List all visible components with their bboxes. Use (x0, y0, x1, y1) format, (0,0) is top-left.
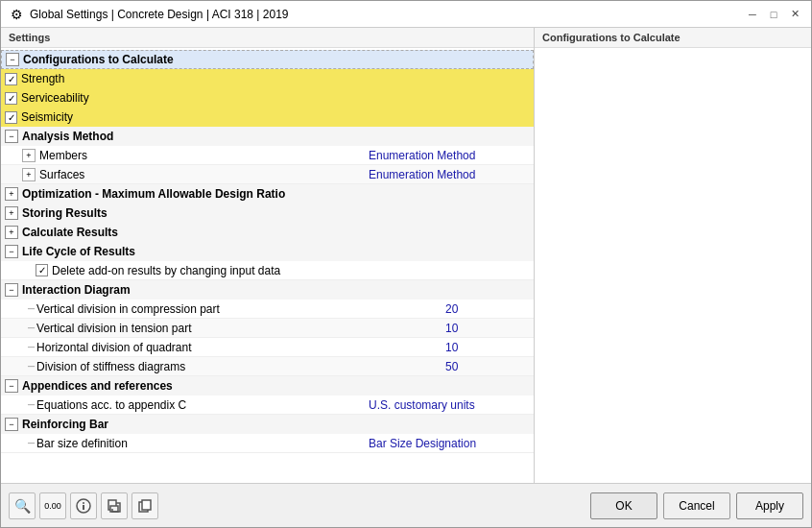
optimization-label: Optimization - Maximum Allowable Design … (22, 187, 285, 201)
left-panel: Settings Configurations to Calculate Str… (1, 28, 535, 483)
close-button[interactable]: ✕ (786, 6, 803, 23)
apply-button[interactable]: Apply (736, 492, 803, 519)
configurations-section[interactable]: Configurations to Calculate (1, 50, 534, 69)
export-icon (107, 498, 122, 514)
info-icon (76, 498, 91, 514)
equations-row[interactable]: ─ Equations acc. to appendix C U.S. cust… (1, 396, 534, 415)
reinforcing-section[interactable]: Reinforcing Bar (1, 415, 534, 434)
serviceability-checkbox[interactable] (5, 92, 17, 105)
horiz-quadrant-row[interactable]: ─ Horizontal division of quadrant 10 (1, 338, 534, 357)
search-button[interactable]: 🔍 (9, 492, 36, 519)
storing-expand[interactable] (5, 206, 18, 220)
surfaces-label: Surfaces (39, 166, 361, 183)
vert-tension-dash: ─ (28, 323, 35, 333)
cancel-button[interactable]: Cancel (663, 492, 730, 519)
vert-compression-row[interactable]: ─ Vertical division in compression part … (1, 300, 534, 319)
bar-size-label: Bar size definition (36, 435, 361, 452)
strength-label: Strength (21, 72, 64, 85)
configurations-expand[interactable] (6, 53, 19, 66)
appendices-children: ─ Equations acc. to appendix C U.S. cust… (1, 396, 534, 415)
bar-size-row[interactable]: ─ Bar size definition Bar Size Designati… (1, 434, 534, 453)
division-stiffness-label: Division of stiffness diagrams (36, 358, 438, 375)
members-row[interactable]: + Members Enumeration Method (1, 146, 534, 165)
vert-compression-dash: ─ (28, 303, 35, 314)
division-stiffness-value: 50 (438, 358, 495, 375)
analysis-label: Analysis Method (22, 130, 113, 143)
title-bar-left: ⚙ Global Settings | Concrete Design | AC… (9, 7, 289, 22)
content-area: Settings Configurations to Calculate Str… (1, 28, 811, 483)
surfaces-value: Enumeration Method (361, 166, 534, 183)
division-stiffness-dash: ─ (28, 361, 35, 372)
calculate-label: Calculate Results (22, 226, 118, 239)
vert-tension-value: 10 (438, 320, 495, 337)
lifecycle-expand[interactable] (5, 245, 18, 258)
seismicity-item[interactable]: Seismicity (1, 108, 534, 127)
info-button[interactable] (70, 492, 97, 519)
bar-size-dash: ─ (28, 438, 35, 448)
delete-addon-row[interactable]: Delete add-on results by changing input … (1, 261, 534, 280)
analysis-children: + Members Enumeration Method + Surfaces … (1, 146, 534, 184)
interaction-section[interactable]: Interaction Diagram (1, 280, 534, 300)
maximize-button[interactable]: □ (765, 6, 782, 23)
horiz-quadrant-dash: ─ (28, 342, 35, 352)
window-controls: ─ □ ✕ (744, 6, 803, 23)
main-window: ⚙ Global Settings | Concrete Design | AC… (0, 0, 812, 528)
strength-item[interactable]: Strength (1, 69, 534, 88)
appendices-label: Appendices and references (22, 379, 173, 393)
serviceability-item[interactable]: Serviceability (1, 88, 534, 108)
configurations-label: Configurations to Calculate (23, 53, 174, 66)
svg-rect-6 (142, 500, 151, 510)
vert-tension-row[interactable]: ─ Vertical division in tension part 10 (1, 319, 534, 338)
values-button[interactable]: 0.00 (39, 492, 66, 519)
delete-addon-label: Delete add-on results by changing input … (52, 262, 534, 279)
interaction-expand[interactable] (5, 283, 18, 297)
configurations-children: Strength Serviceability Seismicity (1, 69, 534, 127)
settings-list: Configurations to Calculate Strength Ser… (1, 48, 534, 483)
title-bar: ⚙ Global Settings | Concrete Design | AC… (1, 1, 811, 28)
surfaces-row[interactable]: + Surfaces Enumeration Method (1, 165, 534, 184)
analysis-section[interactable]: Analysis Method (1, 127, 534, 146)
seismicity-checkbox[interactable] (5, 111, 17, 124)
svg-rect-4 (110, 506, 118, 512)
vert-compression-label: Vertical division in compression part (36, 300, 438, 318)
storing-label: Storing Results (22, 206, 107, 220)
lifecycle-label: Life Cycle of Results (22, 245, 135, 258)
lifecycle-section[interactable]: Life Cycle of Results (1, 242, 534, 261)
bottom-bar: 🔍 0.00 (1, 483, 811, 527)
optimization-section[interactable]: Optimization - Maximum Allowable Design … (1, 184, 534, 204)
interaction-label: Interaction Diagram (22, 283, 131, 297)
appendices-expand[interactable] (5, 379, 18, 393)
calculate-section[interactable]: Calculate Results (1, 223, 534, 242)
svg-rect-2 (83, 505, 84, 510)
equations-dash: ─ (28, 399, 35, 410)
ok-button[interactable]: OK (590, 492, 657, 519)
division-stiffness-row[interactable]: ─ Division of stiffness diagrams 50 (1, 357, 534, 376)
copy-button[interactable] (131, 492, 158, 519)
reinforcing-children: ─ Bar size definition Bar Size Designati… (1, 434, 534, 453)
members-label: Members (39, 147, 361, 164)
delete-addon-checkbox[interactable] (36, 264, 48, 276)
serviceability-label: Serviceability (21, 91, 89, 105)
members-expand[interactable]: + (22, 149, 36, 162)
vert-tension-label: Vertical division in tension part (36, 320, 438, 337)
dialog-buttons: OK Cancel Apply (590, 492, 803, 519)
bar-size-value: Bar Size Designation (361, 435, 534, 452)
appendices-section[interactable]: Appendices and references (1, 376, 534, 396)
seismicity-label: Seismicity (21, 110, 73, 124)
optimization-expand[interactable] (5, 187, 18, 201)
export-button[interactable] (101, 492, 128, 519)
calculate-expand[interactable] (5, 226, 18, 239)
interaction-children: ─ Vertical division in compression part … (1, 300, 534, 376)
lifecycle-children: Delete add-on results by changing input … (1, 261, 534, 280)
copy-icon (137, 498, 153, 514)
members-value: Enumeration Method (361, 147, 534, 164)
app-icon: ⚙ (9, 7, 24, 22)
storing-section[interactable]: Storing Results (1, 204, 534, 223)
reinforcing-expand[interactable] (5, 418, 18, 431)
minimize-button[interactable]: ─ (744, 6, 761, 23)
strength-checkbox[interactable] (5, 73, 17, 85)
toolbar: 🔍 0.00 (9, 492, 158, 519)
equations-value: U.S. customary units (361, 396, 534, 414)
analysis-expand[interactable] (5, 130, 18, 143)
surfaces-expand[interactable]: + (22, 168, 36, 181)
